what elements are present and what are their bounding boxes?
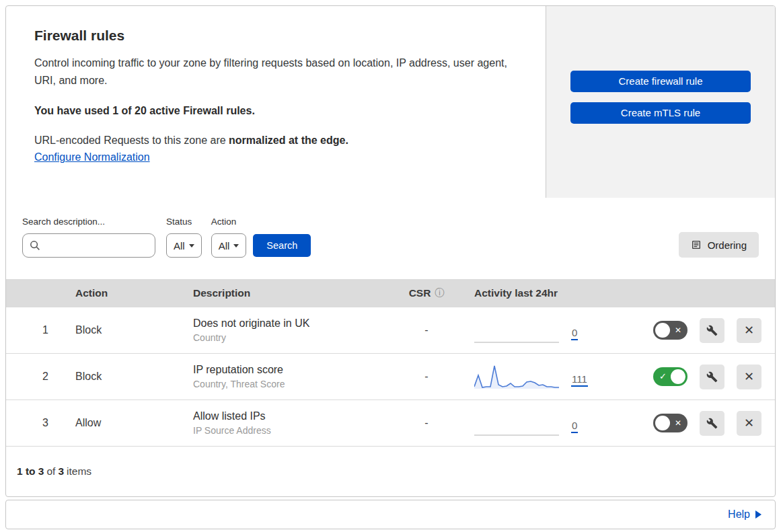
chevron-down-icon [233,244,239,248]
normalization-text: URL-encoded Requests to this zone are no… [34,135,517,147]
rule-controls: ✓ ✕ ✕ [632,411,775,436]
wrench-icon [706,371,718,383]
rule-action: Block [70,371,188,383]
rule-enabled-toggle[interactable]: ✓ ✕ [653,321,687,340]
activity-count-link[interactable]: 0 [571,420,578,433]
page-title: Firewall rules [34,28,517,44]
create-actions-panel: Create firewall rule Create mTLS rule [546,6,775,198]
edit-rule-button[interactable] [700,411,724,436]
action-dropdown-value: All [219,240,230,252]
rule-activity-cell: 111 [463,363,632,391]
ordering-list-icon [691,239,702,250]
help-bar: Help [5,500,776,529]
rule-fields: Country, Threat Score [193,379,389,389]
x-icon: ✕ [675,418,681,428]
activity-count-link[interactable]: 111 [571,373,588,387]
help-link-label: Help [728,508,750,521]
rule-priority: 3 [6,417,70,429]
filter-bar: Search description... Status All Action [6,198,775,279]
rule-action: Allow [70,417,188,429]
search-input[interactable] [45,240,167,251]
activity-sparkline [474,316,559,344]
column-activity: Activity last 24hr [463,287,632,299]
edit-rule-button[interactable] [700,318,724,343]
activity-sparkline [474,409,559,437]
usage-summary: You have used 1 of 20 active Firewall ru… [34,105,517,117]
status-dropdown[interactable]: All [166,233,202,258]
status-filter-label: Status [166,217,202,227]
rule-controls: ✓ ✕ ✕ [632,365,775,389]
rule-csr: - [389,417,463,429]
rule-fields: IP Source Address [193,425,389,436]
rule-description-cell: IP reputation score Country, Threat Scor… [188,364,389,389]
column-action: Action [70,287,188,299]
rule-activity-cell: 0 [463,316,632,344]
rule-enabled-toggle[interactable]: ✓ ✕ [653,367,687,386]
table-row: 3 Allow Allow listed IPs IP Source Addre… [6,400,775,447]
page-description: Control incoming traffic to your zone by… [34,54,512,89]
column-description: Description [188,287,389,299]
firewall-rules-page: Firewall rules Control incoming traffic … [0,0,781,532]
summary-total: 3 [58,465,64,478]
rule-enabled-toggle[interactable]: ✓ ✕ [653,414,687,432]
x-icon: ✕ [675,326,681,335]
configure-normalization-link[interactable]: Configure Normalization [34,151,150,163]
ordering-button[interactable]: Ordering [679,232,759,258]
rule-controls: ✓ ✕ ✕ [632,318,775,343]
action-dropdown[interactable]: All [211,233,247,258]
search-field-group: Search description... [22,217,155,258]
rule-csr: - [389,324,463,336]
close-icon: ✕ [744,324,754,336]
column-csr: CSR ⓘ [389,287,463,299]
create-firewall-rule-button[interactable]: Create firewall rule [570,71,751,92]
rule-description-cell: Allow listed IPs IP Source Address [188,410,389,436]
rule-priority: 1 [6,324,70,336]
wrench-icon [706,418,718,429]
close-icon: ✕ [744,371,754,383]
delete-rule-button[interactable]: ✕ [737,365,761,389]
table-row: 2 Block IP reputation score Country, Thr… [6,354,775,400]
wrench-icon [706,325,718,336]
delete-rule-button[interactable]: ✕ [737,318,761,343]
intro-text-block: Firewall rules Control incoming traffic … [6,6,546,198]
search-icon [30,240,40,251]
search-field-label: Search description... [22,217,155,227]
toggle-knob [655,416,670,430]
search-input-wrapper [22,233,155,258]
create-mtls-rule-button[interactable]: Create mTLS rule [570,102,751,124]
activity-count-link[interactable]: 0 [571,327,578,340]
rule-description: Does not originate in UK [193,317,389,330]
table-header: Action Description CSR ⓘ Activity last 2… [6,279,775,307]
rule-activity-cell: 0 [463,409,632,437]
status-dropdown-value: All [174,240,185,252]
edit-rule-button[interactable] [700,365,724,389]
toggle-knob [655,323,670,338]
help-link[interactable]: Help [728,508,761,521]
action-filter-label: Action [211,217,247,227]
rule-csr: - [389,371,463,383]
summary-items: items [67,465,91,478]
rule-action: Block [70,324,188,336]
chevron-down-icon [189,244,194,248]
rule-priority: 2 [6,371,70,383]
toggle-knob [671,369,685,384]
info-icon[interactable]: ⓘ [435,287,444,299]
search-button[interactable]: Search [253,234,311,257]
pagination-summary: 1 to 3 of 3 items [6,447,775,496]
overview-section: Firewall rules Control incoming traffic … [6,6,775,198]
rule-description-cell: Does not originate in UK Country [188,317,389,343]
ordering-button-label: Ordering [708,239,747,251]
action-filter-group: Action All [211,217,247,258]
firewall-rules-card: Firewall rules Control incoming traffic … [5,5,776,497]
status-filter-group: Status All [166,217,202,258]
check-icon: ✓ [659,371,667,381]
summary-range: 1 to 3 [17,465,44,478]
activity-sparkline [474,363,559,391]
delete-rule-button[interactable]: ✕ [737,411,761,436]
arrow-right-icon [755,510,761,519]
rule-fields: Country [193,332,389,343]
close-icon: ✕ [744,417,754,429]
rule-description: Allow listed IPs [193,410,389,422]
rule-description: IP reputation score [193,364,389,376]
table-row: 1 Block Does not originate in UK Country… [6,307,775,354]
